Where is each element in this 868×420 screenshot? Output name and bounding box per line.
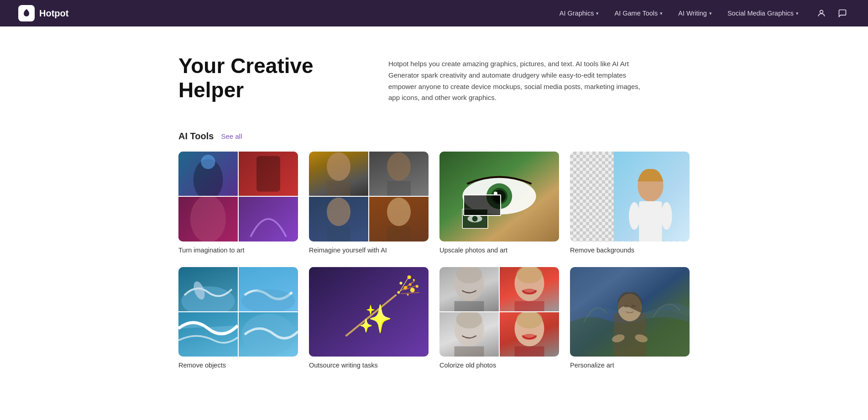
svg-point-24: [494, 192, 497, 195]
svg-point-13: [387, 152, 411, 181]
colorize-cell-0: [439, 267, 499, 311]
tool-label-remove-bg: Remove backgrounds: [570, 247, 634, 254]
svg-point-17: [387, 198, 411, 226]
nav-links: AI Graphics ▾ AI Game Tools ▾ AI Writing…: [553, 6, 805, 21]
svg-rect-1: [27, 12, 28, 13]
tool-image-remove-objects: [178, 267, 298, 357]
svg-rect-7: [256, 156, 280, 192]
tool-label-upscale: Upscale photos and art: [439, 247, 507, 254]
svg-rect-63: [455, 346, 484, 357]
svg-point-45: [410, 288, 415, 292]
chat-icon[interactable]: [835, 6, 850, 21]
chevron-down-icon: ▾: [596, 10, 599, 16]
personalize-visual: [570, 267, 690, 357]
reimagine-cell-1: [369, 152, 429, 196]
nav-icons: [814, 6, 850, 21]
svg-point-53: [408, 275, 411, 279]
svg-point-34: [661, 202, 672, 230]
tool-image-reimagine: [309, 152, 429, 242]
svg-rect-16: [327, 226, 350, 241]
tool-card-remove-bg[interactable]: Remove backgrounds: [570, 152, 690, 254]
reimagine-cell-0: [309, 152, 368, 196]
main-content: Your Creative Helper Hotpot helps you cr…: [160, 26, 708, 397]
nav-item-ai-writing[interactable]: AI Writing ▾: [672, 6, 718, 21]
colorize-cell-3: [500, 312, 559, 357]
svg-point-28: [472, 216, 478, 221]
remove-obj-cell-3: [239, 312, 298, 357]
tool-card-personalize[interactable]: Personalize art: [570, 267, 690, 370]
section-header: AI Tools See all: [178, 131, 690, 142]
tool-label-colorize: Colorize old photos: [439, 362, 496, 369]
remove-obj-cell-0: [178, 267, 238, 311]
svg-point-38: [242, 314, 295, 355]
tool-card-upscale[interactable]: Upscale photos and art: [439, 152, 559, 254]
svg-rect-32: [639, 201, 662, 242]
tool-image-writing: [309, 267, 429, 357]
checkerboard-bg: [570, 152, 690, 242]
tool-card-reimagine[interactable]: Reimagine yourself with AI: [309, 152, 429, 254]
chevron-down-icon: ▾: [796, 10, 799, 16]
user-icon[interactable]: [814, 6, 829, 21]
svg-point-21: [486, 184, 512, 209]
svg-rect-18: [387, 226, 411, 241]
tool-label-personalize: Personalize art: [570, 362, 614, 369]
chevron-down-icon: ▾: [660, 10, 663, 16]
svg-point-33: [629, 202, 640, 230]
svg-rect-39: [309, 267, 429, 357]
svg-point-43: [400, 282, 403, 284]
writing-visual: [309, 267, 429, 357]
colorize-cell-1: [500, 267, 559, 311]
art-cell-3: [239, 197, 298, 241]
remove-obj-cell-2: [178, 312, 238, 357]
tool-image-personalize: [570, 267, 690, 357]
svg-point-9: [190, 197, 226, 241]
svg-point-11: [327, 152, 350, 181]
tool-image-colorize: [439, 267, 559, 357]
nav-item-ai-game-tools[interactable]: AI Game Tools ▾: [608, 6, 669, 21]
hero-title: Your Creative Helper: [178, 54, 352, 102]
svg-rect-56: [455, 301, 484, 311]
tool-image-remove-bg: [570, 152, 690, 242]
art-cell-0: [178, 152, 238, 196]
tool-label-imagination: Turn imagination to art: [178, 247, 245, 254]
navbar: Hotpot AI Graphics ▾ AI Game Tools ▾ AI …: [0, 0, 868, 26]
logo-link[interactable]: Hotpot: [18, 5, 68, 21]
hero-left: Your Creative Helper: [178, 54, 352, 102]
tool-label-writing: Outsource writing tasks: [309, 362, 378, 369]
reimagine-cell-2: [309, 197, 368, 241]
svg-point-52: [413, 279, 415, 281]
tool-card-remove-objects[interactable]: Remove objects: [178, 267, 298, 370]
tool-card-writing[interactable]: Outsource writing tasks: [309, 267, 429, 370]
hero-right: Hotpot helps you create amazing graphics…: [388, 54, 690, 104]
svg-rect-14: [387, 181, 411, 196]
svg-point-44: [407, 294, 409, 295]
svg-point-23: [493, 190, 506, 203]
tool-label-reimagine: Reimagine yourself with AI: [309, 247, 387, 254]
tool-card-imagination[interactable]: Turn imagination to art: [178, 152, 298, 254]
tool-card-colorize[interactable]: Colorize old photos: [439, 267, 559, 370]
svg-rect-12: [327, 181, 350, 196]
see-all-link[interactable]: See all: [221, 132, 242, 140]
nav-item-social-media[interactable]: Social Media Graphics ▾: [721, 6, 805, 21]
svg-point-60: [522, 289, 536, 294]
tool-image-imagination: [178, 152, 298, 242]
svg-rect-66: [515, 346, 544, 357]
reimagine-cell-3: [369, 197, 429, 241]
hero-description: Hotpot helps you create amazing graphics…: [388, 58, 644, 104]
svg-point-2: [820, 10, 823, 13]
chevron-down-icon: ▾: [709, 10, 712, 16]
nav-item-ai-graphics[interactable]: AI Graphics ▾: [553, 6, 606, 21]
logo-text: Hotpot: [39, 8, 68, 19]
art-cell-1: [239, 152, 298, 196]
colorize-cell-2: [439, 312, 499, 357]
upscale-visual: [439, 152, 559, 242]
svg-rect-19: [439, 152, 559, 242]
tool-label-remove-objects: Remove objects: [178, 362, 226, 369]
svg-point-67: [522, 334, 536, 340]
svg-point-51: [416, 285, 418, 288]
section-title: AI Tools: [178, 131, 214, 142]
art-cell-2: [178, 197, 238, 241]
remove-obj-cell-1: [239, 267, 298, 311]
tool-image-upscale: [439, 152, 559, 242]
svg-rect-59: [515, 301, 544, 311]
